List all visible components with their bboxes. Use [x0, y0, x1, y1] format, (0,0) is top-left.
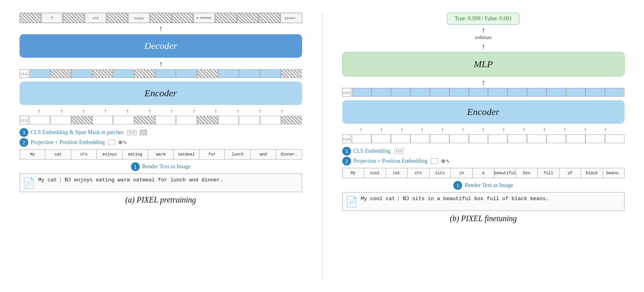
- r-legend-cls-icon: CLS: [394, 149, 404, 154]
- r-legend-num-2: 2: [342, 157, 351, 165]
- r-legend-num-3: 3: [342, 147, 351, 156]
- r-enc-out-tokens: [352, 88, 624, 97]
- enc-in-t7: [155, 116, 176, 125]
- enc-in-t8: [176, 116, 197, 125]
- enc-out-t5: [113, 69, 134, 78]
- r-arr7: ↑: [482, 127, 485, 133]
- arr3: ↑: [82, 109, 85, 114]
- r-txt-of: of: [560, 168, 582, 178]
- r-arr2: ↑: [380, 127, 383, 133]
- softmax-label: softmax: [475, 34, 492, 41]
- text-token-strip: My cat cΓʌ enjoys eating warm oatmeal fo…: [20, 149, 302, 160]
- enc-in-t12: [260, 116, 281, 125]
- r-enc-in-t5: [430, 134, 449, 143]
- r-enc-out-t8: [488, 88, 507, 97]
- r-txt-beans: beans.: [603, 168, 624, 178]
- mlp-label: MLP: [474, 59, 493, 69]
- output-token-strip: t cΓʌ enjoy m oatmeal dinner.: [20, 13, 302, 23]
- r-arr6: ↑: [462, 127, 464, 133]
- enc-out-tokens: [29, 69, 302, 78]
- out-token-6: enjoy: [128, 13, 150, 23]
- r-enc-in-t9: [507, 134, 527, 143]
- encoder-input-strip: CLS: [20, 115, 302, 126]
- output-label: True: 0.999 / False: 0.001: [455, 16, 512, 21]
- r-enc-in-t1: [352, 134, 371, 143]
- arr6: ↑: [148, 109, 151, 114]
- r-enc-out-t5: [430, 88, 449, 97]
- r-txt-beautiful: beautiful: [494, 168, 516, 178]
- enc-out-t9: [197, 69, 218, 78]
- r-enc-in-t8: [488, 134, 507, 143]
- right-enc-input-strip: CLS: [342, 133, 625, 144]
- arr11: ↑: [259, 109, 262, 114]
- enc-out-t13: [281, 69, 302, 78]
- r-legend-num-1: 1: [453, 181, 462, 190]
- r-arr9: ↑: [523, 127, 525, 133]
- legend-num-3: 3: [20, 128, 28, 137]
- txt-t-for: for: [199, 150, 225, 159]
- rendered-text-left: My cat ⎸ṄƆ enjoys eating warm oatmeal fo…: [38, 176, 223, 184]
- enc-out-t3: [71, 69, 92, 78]
- legend-num-2: 2: [20, 138, 28, 147]
- r-enc-out-t4: [410, 88, 430, 97]
- left-caption: (a) PIXEL pretraining: [125, 195, 196, 204]
- r-txt-in: in: [451, 168, 473, 178]
- legend-text-3: CLS Embedding & Span Mask m patches: [31, 129, 123, 136]
- cls-label-enc-out: CLS: [20, 69, 29, 78]
- r-enc-in-t4: [410, 134, 430, 143]
- decoder-box: Decoder: [20, 34, 302, 58]
- out-token-1: [20, 13, 41, 23]
- out-token-13: dinner.: [281, 13, 302, 23]
- txt-t-eating: eating: [123, 150, 148, 159]
- arrow-decoder-output: ↑: [159, 24, 163, 32]
- r-arr4: ↑: [421, 127, 423, 133]
- r-txt-box: box: [516, 168, 538, 178]
- enc-in-t11: [239, 116, 260, 125]
- enc-in-t2: [50, 116, 71, 125]
- out-token-12: [259, 13, 280, 23]
- r-enc-in-t14: [605, 134, 624, 143]
- r-enc-out-t7: [469, 88, 488, 97]
- r-arr13: ↑: [604, 127, 607, 133]
- rendered-text-area-right: 📄 My cool cat ⎸ṄƆ sits in a beautiful bo…: [342, 192, 625, 211]
- txt-t-enjoys: enjoys: [97, 150, 122, 159]
- r-txt-black: black: [581, 168, 603, 178]
- arr2: ↑: [60, 109, 63, 114]
- encoder-box: Encoder: [20, 82, 302, 105]
- r-enc-in-tokens: [352, 134, 624, 143]
- enc-in-t3: [71, 116, 92, 125]
- enc-in-t4: [92, 116, 113, 125]
- r-arr12: ↑: [584, 127, 587, 133]
- arrow-softmax: ↑: [481, 26, 485, 34]
- r-arr1: ↑: [360, 127, 363, 133]
- r-legend-row-1: 1 Render Text as Image: [453, 181, 513, 190]
- legend-row-1: 1 Render Text as Image: [131, 162, 191, 171]
- encoder-label: Encoder: [144, 88, 177, 98]
- enc-out-t1: [29, 69, 51, 78]
- enc-in-tokens: [29, 116, 302, 125]
- legend-text-1: Render Text as Image: [142, 164, 191, 170]
- enc-out-t11: [239, 69, 260, 78]
- out-token-5: [107, 13, 128, 23]
- enc-out-t7: [155, 69, 176, 78]
- r-cls-label-enc-out: CLS: [342, 88, 351, 97]
- left-diagram: t cΓʌ enjoy m oatmeal dinner. ↑ Decoder …: [20, 13, 302, 279]
- decoder-label: Decoder: [144, 41, 177, 51]
- mlp-box: MLP: [342, 52, 625, 76]
- r-enc-in-t6: [449, 134, 469, 143]
- enc-out-t12: [260, 69, 281, 78]
- right-caption: (b) PIXEL finetuning: [450, 214, 517, 223]
- enc-out-t6: [134, 69, 155, 78]
- right-encoder-box: Encoder: [342, 100, 625, 124]
- r-enc-out-t3: [391, 88, 410, 97]
- right-diagram: True: 0.999 / False: 0.001 ↑ softmax ↑ M…: [342, 13, 625, 279]
- enc-out-t4: [92, 69, 113, 78]
- legend-hatched-icon: [140, 130, 147, 135]
- r-enc-out-t11: [546, 88, 566, 97]
- enc-in-t5: [113, 116, 134, 125]
- r-legend-text-2: Projection + Position Embedding: [353, 158, 427, 164]
- enc-out-t8: [176, 69, 197, 78]
- rendered-text-area-left: 📄 My cat ⎸ṄƆ enjoys eating warm oatmeal …: [20, 173, 302, 192]
- arr8: ↑: [192, 109, 195, 114]
- enc-out-t10: [218, 69, 239, 78]
